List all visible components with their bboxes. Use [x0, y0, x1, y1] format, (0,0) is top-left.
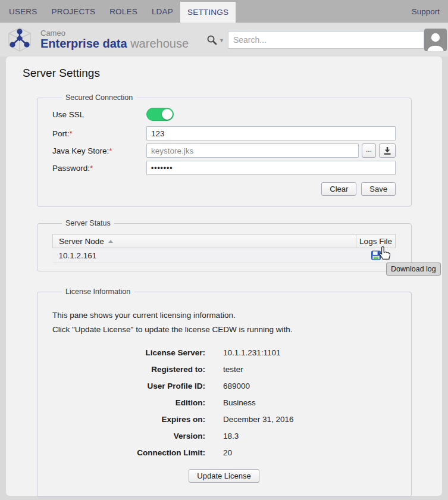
list-item: Version: 18.3 [52, 427, 396, 444]
page-title: Server Settings [6, 57, 442, 80]
keystore-label: Java Key Store:* [52, 146, 146, 155]
user-avatar-icon [424, 29, 447, 51]
cameo-logo-icon [6, 26, 33, 54]
nav-item-roles[interactable]: ROLES [102, 0, 145, 23]
nav-item-projects[interactable]: PROJECTS [45, 0, 103, 23]
clear-button[interactable]: Clear [321, 182, 356, 196]
list-item: Expires on: December 31, 2016 [52, 411, 396, 427]
secured-connection-section: Secured Connection Use SSL Port:* Java K… [37, 93, 412, 207]
server-node-cell: 10.1.2.161 [53, 248, 356, 263]
download-keystore-button[interactable] [379, 143, 396, 158]
server-status-section: Server Status Server Node Logs File 10.1… [37, 219, 412, 271]
user-menu-button[interactable]: ▼ [424, 29, 448, 51]
search-area: ▼ [206, 31, 424, 49]
password-input[interactable] [146, 161, 396, 175]
license-info-line-1: This pane shows your current licensing i… [52, 311, 396, 320]
sort-ascending-icon [108, 240, 113, 243]
list-item: License Server: 10.1.1.231:1101 [52, 344, 396, 361]
required-asterisk: * [70, 129, 73, 138]
nav-spacer [236, 0, 403, 23]
brand-cameo: Cameo [40, 29, 189, 38]
list-item: Registered to: tester [52, 361, 396, 377]
license-information-section: License Information This pane shows your… [37, 288, 412, 497]
support-link[interactable]: Support [403, 0, 448, 23]
table-row: 10.1.2.161 [53, 248, 396, 263]
port-label: Port:* [52, 129, 146, 138]
use-ssl-toggle[interactable] [146, 108, 174, 121]
license-details: License Server: 10.1.1.231:1101 Register… [52, 344, 396, 461]
download-log-button[interactable] [371, 251, 381, 260]
toggle-knob [162, 109, 173, 120]
app-header: Cameo Enterprise data warehouse ▼ ▼ [0, 23, 448, 57]
nav-item-ldap[interactable]: LDAP [145, 0, 180, 23]
download-log-tooltip: Download log [386, 262, 441, 276]
server-status-table: Server Node Logs File 10.1.2.161 [52, 234, 396, 263]
password-label: Password:* [52, 164, 146, 173]
nav-item-users[interactable]: USERS [2, 0, 45, 23]
floppy-disk-icon [371, 251, 381, 260]
search-icon[interactable] [206, 35, 217, 45]
list-item: Connection Limit: 20 [52, 444, 396, 461]
settings-page: Server Settings Secured Connection Use S… [6, 57, 442, 496]
keystore-input[interactable] [146, 143, 359, 158]
brand-text: Cameo Enterprise data warehouse [40, 29, 189, 50]
brand-warehouse: warehouse [130, 37, 189, 50]
list-item: Edition: Business [52, 394, 396, 411]
browse-keystore-button[interactable]: ... [362, 143, 376, 158]
server-status-legend: Server Status [62, 219, 114, 227]
top-nav-bar: USERS PROJECTS ROLES LDAP SETTINGS Suppo… [0, 0, 448, 23]
secured-connection-legend: Secured Connection [62, 93, 136, 102]
save-button[interactable]: Save [361, 182, 396, 196]
column-header-server-node[interactable]: Server Node [53, 235, 356, 248]
use-ssl-label: Use SSL [52, 110, 146, 119]
required-asterisk: * [109, 146, 112, 155]
nav-item-settings[interactable]: SETTINGS [180, 2, 236, 23]
search-input[interactable] [228, 31, 424, 49]
update-license-button[interactable]: Update License [189, 469, 259, 483]
brand-enterprise-data: Enterprise data [40, 37, 127, 50]
license-information-legend: License Information [62, 288, 134, 296]
license-info-line-2: Click "Update License" to update the lic… [52, 325, 396, 334]
search-scope-caret-icon[interactable]: ▼ [219, 38, 224, 43]
column-header-logs-file: Logs File [356, 235, 396, 248]
list-item: User Profile ID: 689000 [52, 377, 396, 394]
required-asterisk: * [90, 164, 93, 173]
port-input[interactable] [146, 126, 396, 140]
download-icon [383, 146, 391, 155]
